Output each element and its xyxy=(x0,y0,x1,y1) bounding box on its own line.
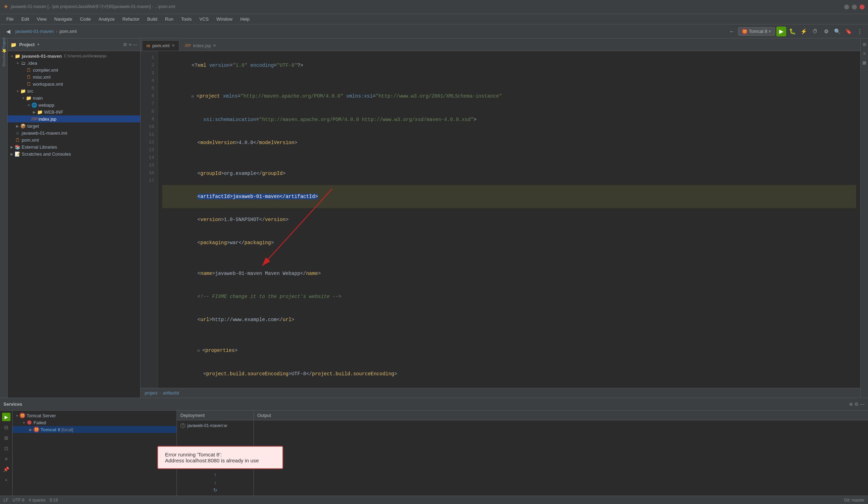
svc-run-btn[interactable]: ▶ xyxy=(2,413,10,421)
tree-target-folder[interactable]: ▶ 📦 target xyxy=(8,122,140,129)
deploy-refresh-btn[interactable]: ↻ xyxy=(212,487,219,494)
webapp-folder-icon: 🌐 xyxy=(31,102,37,108)
jsp-tab-close[interactable]: ✕ xyxy=(213,43,216,48)
left-icon-bar: Project ⭐ Structure xyxy=(0,38,8,398)
breadcrumb-project-link[interactable]: project xyxy=(145,391,157,396)
tree-workspace-xml[interactable]: 🗒 workspace.xml xyxy=(8,80,140,87)
target-folder-icon: 📦 xyxy=(20,123,26,129)
tab-pom-xml[interactable]: m pom.xml ✕ xyxy=(142,40,179,51)
tree-iml-file[interactable]: ◇ javaweb-01-maven.iml xyxy=(8,129,140,136)
settings-btn[interactable]: ⚙ xyxy=(821,27,831,36)
menu-tools[interactable]: Tools xyxy=(178,15,195,23)
error-popup[interactable]: Error running 'Tomcat 8': Address localh… xyxy=(157,446,283,469)
right-icon-1[interactable]: ⊞ xyxy=(861,41,868,48)
project-title: Project xyxy=(19,42,35,47)
menu-help[interactable]: Help xyxy=(237,15,253,23)
tree-webinf-folder[interactable]: ▶ 📁 WEB-INF xyxy=(8,108,140,115)
structure-sidebar-icon[interactable]: Structure xyxy=(1,56,7,62)
maximize-button[interactable] xyxy=(852,5,857,9)
debug-button[interactable]: 🐛 xyxy=(788,27,797,36)
editor-area: m pom.xml ✕ JSP index.jsp ✕ 1 2 3 4 5 6 … xyxy=(141,38,860,398)
services-content: ▶ ⊟ ⊞ ⊡ ≡ 📌 + ▾ 🐱 Tomcat Server ▾ Failed xyxy=(0,411,868,496)
run-button[interactable]: ▶ xyxy=(776,27,786,36)
pom-tab-close[interactable]: ✕ xyxy=(172,43,175,48)
tree-tomcat-server[interactable]: ▾ 🐱 Tomcat Server xyxy=(13,412,177,419)
project-settings-icon[interactable]: ⚙ xyxy=(123,42,127,47)
right-icon-2[interactable]: ≡ xyxy=(862,50,867,57)
profile-button[interactable]: ⏱ xyxy=(810,27,820,36)
run-config-dropdown[interactable]: ▾ xyxy=(769,29,771,34)
ext-libs-label: External Libraries xyxy=(22,144,57,150)
deploy-up-arrow[interactable]: ↑ xyxy=(212,471,219,478)
svc-collapse-all-btn[interactable]: ⊞ xyxy=(2,434,10,442)
menu-navigate[interactable]: Navigate xyxy=(51,15,76,23)
main-label: main xyxy=(33,95,43,101)
tree-failed[interactable]: ▾ Failed xyxy=(13,419,177,426)
run-config-selector[interactable]: 🐱 Tomcat 8 ▾ xyxy=(738,27,775,36)
project-dropdown-arrow[interactable]: ▾ xyxy=(37,42,40,47)
code-line-8[interactable]: <artifactId>javaweb-01-maven</artifactId… xyxy=(162,185,856,208)
back-button[interactable]: ◀ xyxy=(3,27,13,36)
breadcrumb-project[interactable]: javaweb-01-maven xyxy=(15,29,54,34)
project-sidebar-icon[interactable]: Project xyxy=(1,41,7,47)
index-jsp-icon: JSP xyxy=(31,116,37,122)
jsp-tab-label: index.jsp xyxy=(193,43,211,48)
navigate-back-btn[interactable]: ← xyxy=(727,27,737,36)
menu-window[interactable]: Window xyxy=(213,15,236,23)
tree-compiler-xml[interactable]: 🗒 compiler.xml xyxy=(8,66,140,73)
services-settings-icon[interactable]: ⚙ xyxy=(854,402,859,407)
src-arrow: ▾ xyxy=(15,88,20,94)
tree-scratches[interactable]: ▶ 📝 Scratches and Consoles xyxy=(8,150,140,157)
tree-ext-libs[interactable]: ▶ 📚 External Libraries xyxy=(8,143,140,150)
tomcat-icon: 🐱 xyxy=(742,29,747,34)
menu-edit[interactable]: Edit xyxy=(18,15,33,23)
code-line-4: xsi:schemaLocation="http://maven.apache.… xyxy=(162,108,856,131)
root-label: javaweb-01-maven xyxy=(22,54,62,59)
svc-expand-all-btn[interactable]: ⊟ xyxy=(2,423,10,432)
svc-add-btn[interactable]: + xyxy=(2,476,10,484)
editor-content[interactable]: 1 2 3 4 5 6 7 8 9 10 11 12 13 14 15 16 1… xyxy=(141,51,860,388)
menu-file[interactable]: File xyxy=(3,15,17,23)
menu-refactor[interactable]: Refactor xyxy=(119,15,143,23)
deployment-item-1[interactable]: ? javaweb-01-maven:w xyxy=(178,422,252,430)
deploy-down-arrow[interactable]: ↓ xyxy=(212,479,219,486)
menu-analyze[interactable]: Analyze xyxy=(95,15,118,23)
failed-icon xyxy=(27,420,31,425)
menu-build[interactable]: Build xyxy=(144,15,161,23)
idea-folder-icon: 🗂 xyxy=(20,60,26,66)
code-line-9: <version>1.0-SNAPSHOT</version> xyxy=(162,208,856,231)
svc-group-btn[interactable]: ⊡ xyxy=(2,444,10,453)
status-git: Git: master xyxy=(844,498,865,503)
code-content[interactable]: <?xml version="1.0" encoding="UTF-8"?> ⊟… xyxy=(158,51,860,388)
more-btn[interactable]: ⋮ xyxy=(855,27,865,36)
project-layout-icon[interactable]: ≡ xyxy=(129,42,131,47)
menu-run[interactable]: Run xyxy=(162,15,177,23)
search-btn[interactable]: 🔍 xyxy=(832,27,842,36)
project-collapse-icon[interactable]: — xyxy=(133,42,137,47)
tree-pom-xml[interactable]: 🗒 pom.xml xyxy=(8,136,140,143)
svc-pin-btn[interactable]: 📌 xyxy=(2,465,10,474)
menu-view[interactable]: View xyxy=(33,15,50,23)
tab-index-jsp[interactable]: JSP index.jsp ✕ xyxy=(180,40,221,51)
tree-root[interactable]: ▾ 📁 javaweb-01-maven C:\Users\Lulu\Deskt… xyxy=(8,52,140,59)
tree-tomcat8[interactable]: ▶ 🐱 Tomcat 8 [local] xyxy=(13,426,177,433)
tree-index-jsp[interactable]: JSP index.jsp xyxy=(8,115,140,122)
breadcrumb-artifactid-link[interactable]: artifactId xyxy=(163,391,179,396)
project-header: 📁 Project ▾ ⚙ ≡ — xyxy=(8,38,140,51)
bookmark-btn[interactable]: 🔖 xyxy=(844,27,853,36)
right-icon-3[interactable]: ▦ xyxy=(861,59,868,66)
svc-filter-btn[interactable]: ≡ xyxy=(2,455,10,463)
tree-main-folder[interactable]: ▾ 📁 main xyxy=(8,94,140,101)
menu-vcs[interactable]: VCS xyxy=(196,15,212,23)
coverage-button[interactable]: ⚡ xyxy=(799,27,809,36)
close-button[interactable] xyxy=(860,5,865,9)
tree-misc-xml[interactable]: 🗒 misc.xml xyxy=(8,73,140,80)
minimize-button[interactable] xyxy=(844,5,849,9)
tree-idea-folder[interactable]: ▾ 🗂 .idea xyxy=(8,59,140,66)
services-add-icon[interactable]: ⊕ xyxy=(849,402,853,407)
services-collapse-icon[interactable]: — xyxy=(860,402,865,407)
menu-code[interactable]: Code xyxy=(77,15,94,23)
tree-webapp-folder[interactable]: ▾ 🌐 webapp xyxy=(8,101,140,108)
status-indent: 4 spaces xyxy=(29,498,45,503)
tree-src-folder[interactable]: ▾ 📁 src xyxy=(8,87,140,94)
